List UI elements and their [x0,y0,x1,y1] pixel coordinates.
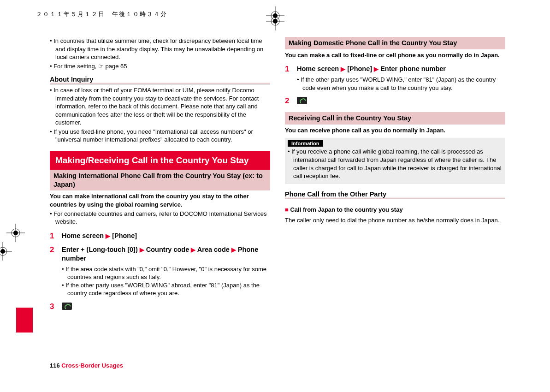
dial-icon [297,97,307,104]
domestic-step-1-title: Home screen ▶ [Phone] ▶ Enter phone numb… [297,65,505,74]
intl-call-bullet: For connectable countries and carriers, … [50,210,270,226]
svg-point-15 [0,249,5,254]
square-bullet-icon: ■ [285,206,289,213]
about-inquiry-bullet: If you use fixed-line phone, you need "i… [50,128,270,144]
page-content: In countries that utilize summer time, c… [50,37,505,369]
intl-step-1: 1 Home screen ▶ [Phone] [50,232,270,241]
registration-mark-left [6,224,25,242]
making-international-call-heading: Making International Phone Call from the… [50,170,270,191]
making-receiving-call-heading: Making/Receiving Call in the Country You… [50,151,270,170]
making-domestic-call-heading: Making Domestic Phone Call in the Countr… [285,37,505,49]
domestic-step-1-note: If the other party uses "WORLD WING," en… [297,76,505,92]
left-column: In countries that utilize summer time, c… [50,37,270,369]
call-from-japan-heading: ■ Call from Japan to the country you sta… [285,206,505,214]
about-inquiry-bullet: In case of loss or theft of your FOMA te… [50,86,270,127]
step-2-title: Enter + (Long-touch [0]) ▶ Country code … [62,245,270,263]
domestic-step-1-notes: If the other party uses "WORLD WING," en… [297,76,505,92]
information-box: Information If you receive a phone call … [285,138,505,184]
section-tab-marker [16,308,33,333]
information-label: Information [288,140,323,147]
about-inquiry-heading: About Inquiry [50,76,270,84]
phone-call-other-party-heading: Phone Call from the Other Party [285,190,505,199]
domestic-step-1: 1 Home screen ▶ [Phone] ▶ Enter phone nu… [285,65,505,92]
dial-icon [62,303,72,310]
step-2-note: If the other party uses "WORLD WING" abr… [62,281,270,297]
call-from-japan-body: The caller only need to dial the phone n… [285,216,505,225]
intl-step-3: 3 [50,302,270,311]
right-column: Making Domestic Phone Call in the Countr… [285,37,505,369]
receiving-call-intro: You can receive phone call as you do nor… [285,126,505,135]
intl-call-bullets: For connectable countries and carriers, … [50,210,270,227]
step-number: 3 [50,302,56,311]
registration-mark-right [0,242,12,261]
domestic-step-2: 2 [285,96,505,106]
arrow-icon: ▶ [341,65,345,72]
about-inquiry-bullets: In case of loss or theft of your FOMA te… [50,86,270,145]
step-number: 1 [50,232,56,241]
registration-mark-bottom [266,12,284,30]
page-number: 116 [50,362,60,369]
section-title: Cross-Border Usages [61,362,123,369]
intl-step-2: 2 Enter + (Long-touch [0]) ▶ Country cod… [50,245,270,297]
intl-call-intro: You can make international call from the… [50,192,270,208]
intro-bullet: For time setting, ☞ page 65 [50,62,270,71]
step-number: 1 [285,65,291,74]
information-bullet: If you receive a phone call while global… [288,148,503,180]
page-footer: 116 Cross-Border Usages [50,362,123,369]
arrow-icon: ▶ [374,65,378,72]
receiving-call-heading: Receiving Call in the Country You Stay [285,112,505,125]
step-2-notes: If the area code starts with "0," omit "… [62,265,270,297]
intro-bullets: In countries that utilize summer time, c… [50,37,270,71]
step-1-title: Home screen ▶ [Phone] [62,232,270,241]
arrow-icon: ▶ [191,246,195,253]
step-number: 2 [285,96,291,106]
arrow-icon: ▶ [140,246,144,253]
domestic-call-intro: You can make a call to fixed-line or cel… [285,51,505,59]
step-2-note: If the area code starts with "0," omit "… [62,265,270,281]
arrow-icon: ▶ [231,246,236,253]
svg-point-11 [13,231,18,235]
page-timestamp: ２０１１年５月１２日 午後１０時３４分 [36,10,167,18]
arrow-icon: ▶ [106,232,110,239]
intro-bullet: In countries that utilize summer time, c… [50,37,270,61]
svg-point-7 [273,19,278,24]
step-number: 2 [50,245,56,255]
information-bullets: If you receive a phone call while global… [288,148,503,180]
